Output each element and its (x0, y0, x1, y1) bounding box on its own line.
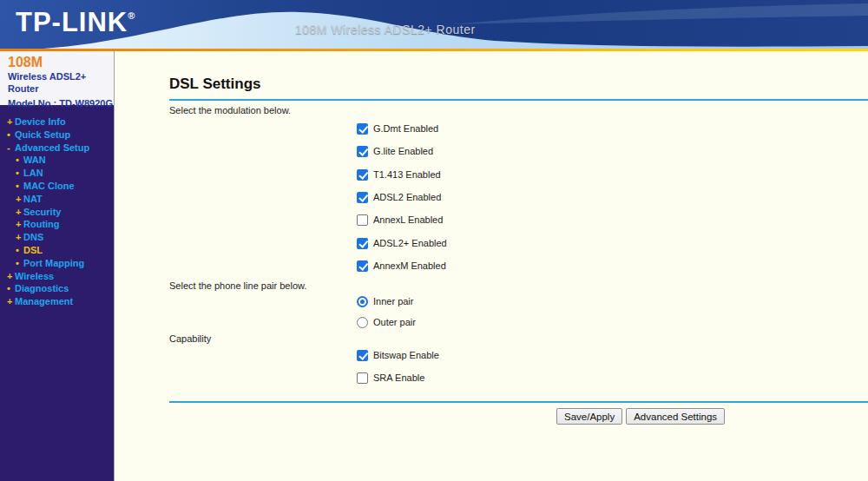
checkbox-option-adsl2[interactable]: ADSL2 Enabled (357, 191, 441, 203)
sidebar-item-wireless[interactable]: +Wireless (0, 270, 114, 283)
bullet-icon: • (16, 244, 23, 257)
checkbox-option-t1413[interactable]: T1.413 Enabled (357, 168, 441, 181)
bullet-icon: • (16, 180, 23, 193)
expand-icon: + (16, 206, 23, 219)
checkbox-label: AnnexM Enabled (373, 260, 446, 271)
checkbox-label: G.lite Enabled (373, 146, 433, 156)
product-speed: 108M (8, 54, 114, 70)
checkbox-option-sra[interactable]: SRA Enable (357, 372, 424, 384)
sidebar-item-wan[interactable]: •WAN (0, 154, 114, 167)
sidebar-item-label: Diagnostics (15, 283, 69, 293)
sidebar-item-label: LAN (23, 168, 43, 178)
bullet-icon: • (7, 282, 15, 295)
sidebar-item-label: WAN (23, 155, 46, 165)
expand-icon: + (7, 295, 15, 308)
expand-icon: + (7, 115, 15, 128)
advanced-settings-button[interactable]: Advanced Settings (626, 408, 725, 425)
action-buttons: Save/Apply Advanced Settings (556, 408, 725, 425)
sidebar-item-management[interactable]: +Management (0, 295, 114, 308)
checkbox-label: Bitswap Enable (373, 350, 439, 360)
sidebar-item-label: Port Mapping (23, 258, 84, 268)
checkbox-option-annexl[interactable]: AnnexL Enabled (357, 214, 443, 226)
collapse-icon: - (7, 142, 15, 155)
sidebar-item-label: MAC Clone (23, 181, 75, 191)
bottom-divider (169, 401, 868, 403)
checkbox-icon[interactable] (357, 192, 368, 203)
checkbox-option-bitswap[interactable]: Bitswap Enable (357, 349, 439, 361)
expand-icon: + (7, 270, 15, 283)
product-model: Model No.: TD-W8920G (8, 97, 114, 110)
checkbox-icon[interactable] (357, 372, 368, 384)
checkbox-label: ADSL2+ Enabled (373, 238, 447, 248)
checkbox-option-annexm[interactable]: AnnexM Enabled (357, 260, 446, 272)
sidebar-item-dns[interactable]: +DNS (0, 231, 114, 244)
sidebar-item-label: Management (15, 296, 73, 306)
sidebar-item-label: Security (23, 207, 61, 217)
radio-label: Inner pair (373, 296, 413, 306)
checkbox-icon[interactable] (357, 169, 368, 181)
sidebar-item-label: Device Info (15, 116, 66, 127)
sidebar-item-label: Routing (23, 219, 60, 229)
sidebar-item-label: DSL (23, 245, 43, 255)
banner-product-title: 108M Wireless ADSL2+ Router (295, 23, 476, 36)
logo-text: TP-LINK (16, 7, 128, 37)
sidebar-item-label: Advanced Setup (15, 142, 89, 153)
expand-icon: + (16, 231, 23, 244)
sidebar-item-mac-clone[interactable]: •MAC Clone (0, 180, 114, 193)
nav-menu: +Device Info •Quick Setup -Advanced Setu… (0, 115, 114, 308)
bullet-icon: • (7, 128, 15, 142)
sidebar-item-device-info[interactable]: +Device Info (0, 115, 114, 128)
bullet-icon: • (16, 167, 23, 180)
sidebar-item-port-mapping[interactable]: •Port Mapping (0, 257, 114, 270)
radio-option-inner-pair[interactable]: Inner pair (357, 295, 413, 307)
phone-line-section-label: Select the phone line pair below. (169, 280, 306, 291)
checkbox-option-glite[interactable]: G.lite Enabled (357, 145, 433, 157)
radio-option-outer-pair[interactable]: Outer pair (357, 316, 416, 328)
checkbox-icon[interactable] (357, 146, 368, 157)
top-divider (169, 99, 868, 101)
radio-label: Outer pair (373, 317, 416, 327)
expand-icon: + (16, 218, 23, 231)
checkbox-icon[interactable] (357, 260, 368, 272)
sidebar-item-label: Wireless (15, 271, 54, 281)
sidebar-item-label: Quick Setup (15, 129, 70, 140)
checkbox-icon[interactable] (357, 214, 368, 226)
dsl-settings-panel: DSL Settings Select the modulation below… (115, 51, 868, 481)
sidebar-item-nat[interactable]: +NAT (0, 193, 114, 206)
checkbox-icon[interactable] (357, 238, 368, 249)
tplink-logo: TP-LINK® (16, 7, 135, 38)
sidebar: 108M Wireless ADSL2+ Router Model No.: T… (0, 51, 115, 481)
sidebar-item-label: NAT (23, 194, 43, 204)
sidebar-item-quick-setup[interactable]: •Quick Setup (0, 128, 114, 142)
product-info-box: 108M Wireless ADSL2+ Router Model No.: T… (0, 51, 114, 105)
capability-section-label: Capability (169, 333, 211, 344)
save-apply-button[interactable]: Save/Apply (556, 408, 622, 425)
router-admin-page: TP-LINK® 108M Wireless ADSL2+ Router 108… (0, 0, 868, 481)
sidebar-item-dsl[interactable]: •DSL (0, 244, 114, 257)
checkbox-label: ADSL2 Enabled (373, 192, 441, 202)
bullet-icon: • (16, 154, 23, 167)
sidebar-item-diagnostics[interactable]: •Diagnostics (0, 282, 114, 295)
checkbox-option-gdmt[interactable]: G.Dmt Enabled (357, 122, 438, 135)
sidebar-item-routing[interactable]: +Routing (0, 218, 114, 231)
checkbox-label: T1.413 Enabled (373, 169, 441, 180)
radio-icon[interactable] (357, 296, 368, 307)
checkbox-icon[interactable] (357, 123, 368, 135)
checkbox-label: AnnexL Enabled (373, 214, 443, 225)
bullet-icon: • (16, 257, 23, 270)
modulation-section-label: Select the modulation below. (169, 105, 291, 115)
page-title: DSL Settings (169, 76, 260, 93)
sidebar-item-security[interactable]: +Security (0, 206, 114, 219)
sidebar-item-lan[interactable]: •LAN (0, 167, 114, 180)
logo-registered-mark: ® (128, 10, 135, 21)
sidebar-item-label: DNS (23, 232, 43, 242)
expand-icon: + (16, 193, 23, 206)
checkbox-option-adsl2plus[interactable]: ADSL2+ Enabled (357, 237, 447, 249)
header-banner: TP-LINK® 108M Wireless ADSL2+ Router (0, 0, 868, 49)
checkbox-label: SRA Enable (373, 372, 424, 383)
checkbox-icon[interactable] (357, 350, 368, 361)
radio-icon[interactable] (357, 317, 368, 328)
sidebar-item-advanced-setup[interactable]: -Advanced Setup (0, 142, 114, 155)
product-name: Wireless ADSL2+ Router (8, 70, 114, 95)
checkbox-label: G.Dmt Enabled (373, 123, 438, 134)
